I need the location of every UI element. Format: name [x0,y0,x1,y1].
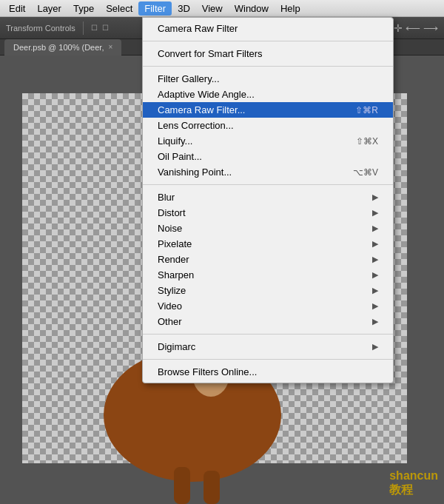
menu-divider-5 [143,359,393,360]
menu-section-1: Camera Raw Filter [143,18,393,39]
menu-divider-4 [143,334,393,335]
menu-item-render[interactable]: Render ▶ [143,252,393,267]
video-arrow-icon: ▶ [372,301,378,311]
menu-item-3d[interactable]: 3D [172,1,196,16]
menu-item-sharpen[interactable]: Sharpen ▶ [143,267,393,283]
menu-item-video[interactable]: Video ▶ [143,298,393,314]
menu-item-pixelate[interactable]: Pixelate ▶ [143,236,393,252]
other-arrow-icon: ▶ [372,317,378,326]
menu-item-stylize[interactable]: Stylize ▶ [143,283,393,298]
menu-item-oil-paint[interactable]: Oil Paint... [143,149,393,164]
menu-item-window[interactable]: Window [229,1,275,16]
menu-item-adaptive-wide[interactable]: Adaptive Wide Angle... [143,87,393,102]
menu-item-noise[interactable]: Noise ▶ [143,221,393,236]
tab-label: Deer.psb @ 100% (Deer, [13,43,104,52]
toolbar-checkbox2: ☐ [102,24,109,32]
noise-arrow-icon: ▶ [372,224,378,233]
menu-item-blur[interactable]: Blur ▶ [143,189,393,205]
menu-item-filter[interactable]: Filter [138,1,172,16]
toolbar-checkbox: ☐ [91,24,98,32]
digimarc-arrow-icon: ▶ [372,342,378,352]
tab-close-button[interactable]: × [108,43,112,51]
watermark-line1: shancun [389,469,438,483]
menu-item-edit[interactable]: Edit [3,1,31,16]
menu-item-select[interactable]: Select [100,1,138,16]
liquify-shortcut: ⇧⌘X [341,136,378,147]
menu-item-filter-gallery[interactable]: Filter Gallery... [143,71,393,87]
toolbar-separator [83,21,84,35]
distort-arrow-icon: ▶ [372,208,378,218]
filter-dropdown-menu: Camera Raw Filter Convert for Smart Filt… [142,17,394,383]
pixelate-arrow-icon: ▶ [372,239,378,249]
watermark-line2: 教程 [389,483,438,498]
menu-item-vanishing-point[interactable]: Vanishing Point... ⌥⌘V [143,164,393,180]
document-tab[interactable]: Deer.psb @ 100% (Deer, × [4,39,121,56]
toolbar-label: Transform Controls [6,24,75,33]
render-arrow-icon: ▶ [372,255,378,264]
menu-item-layer[interactable]: Layer [31,1,67,16]
menu-section-5: Digimarc ▶ [143,336,393,357]
watermark: shancun 教程 [389,469,438,498]
svg-rect-24 [204,471,220,504]
svg-rect-23 [174,467,190,504]
menu-section-4: Blur ▶ Distort ▶ Noise ▶ Pixelate ▶ Rend… [143,187,393,332]
menu-item-view[interactable]: View [196,1,229,16]
menu-item-distort[interactable]: Distort ▶ [143,205,393,221]
menu-item-type[interactable]: Type [67,1,100,16]
menu-item-help[interactable]: Help [275,1,306,16]
menu-divider-3 [143,184,393,185]
menu-bar: Edit Layer Type Select Filter 3D View Wi… [0,0,444,17]
vanishing-point-shortcut: ⌥⌘V [338,167,378,178]
menu-item-convert-smart[interactable]: Convert for Smart Filters [143,46,393,61]
menu-section-2: Convert for Smart Filters [143,43,393,64]
menu-item-lens-correction[interactable]: Lens Correction... [143,118,393,133]
menu-divider-1 [143,41,393,41]
menu-section-6: Browse Filters Online... [143,361,393,383]
menu-item-digimarc[interactable]: Digimarc ▶ [143,339,393,355]
menu-item-browse-online[interactable]: Browse Filters Online... [143,364,393,380]
menu-item-camera-raw-top[interactable]: Camera Raw Filter [143,21,393,36]
menu-item-liquify[interactable]: Liquify... ⇧⌘X [143,133,393,149]
camera-raw-shortcut: ⇧⌘R [340,105,378,115]
menu-divider-2 [143,66,393,67]
menu-item-camera-raw-main[interactable]: Camera Raw Filter... ⇧⌘R [143,102,393,118]
menu-item-other[interactable]: Other ▶ [143,314,393,329]
stylize-arrow-icon: ▶ [372,286,378,295]
menu-section-3: Filter Gallery... Adaptive Wide Angle...… [143,68,393,183]
blur-arrow-icon: ▶ [372,192,378,202]
sharpen-arrow-icon: ▶ [372,270,378,280]
